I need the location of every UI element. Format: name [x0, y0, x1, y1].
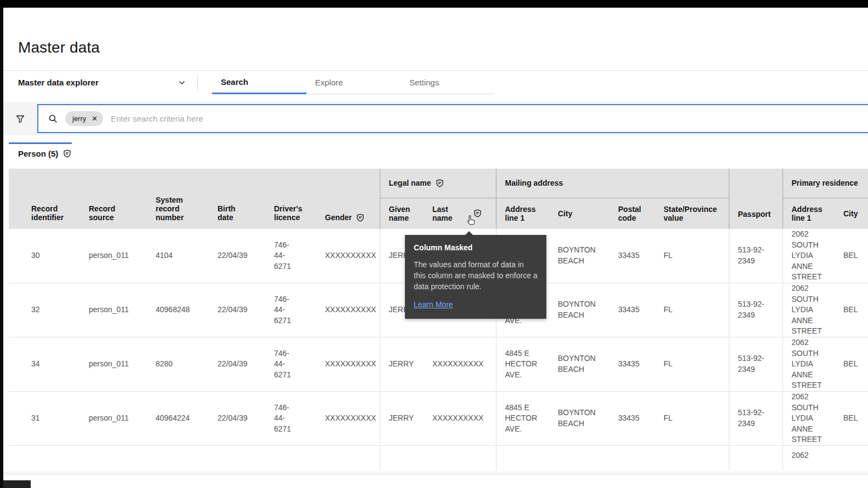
tooltip-body: The values and format of data in this co…: [414, 259, 538, 292]
col-header-last-name: Last name: [424, 198, 496, 229]
cell-mail_city: BOYNTON BEACH: [549, 391, 609, 445]
cell-system_record_number: 4104: [147, 229, 209, 283]
cell-mail_city: BOYNTON BEACH: [549, 337, 609, 391]
col-header-drivers-licence: Driver's licence: [265, 169, 316, 229]
cell-record_identifier: 34: [9, 337, 80, 391]
cell-record_source: person_011: [80, 337, 147, 391]
col-header-mail-address-line-1: Address line 1: [496, 198, 549, 229]
cell-mail_postal_code: 33435: [609, 283, 655, 337]
filter-icon: [16, 114, 25, 123]
person-tab-indicator: [9, 142, 72, 144]
cell-drivers_licence: 746-44-6271: [265, 391, 316, 445]
masked-shield-icon[interactable]: [436, 179, 444, 187]
cell-record_source: person_011: [80, 391, 147, 445]
tooltip-title: Column Masked: [414, 243, 538, 252]
cell-mail_state_province: FL: [655, 283, 729, 337]
table-row[interactable]: 31person_0114096422422/04/39746-44-6271X…: [9, 391, 868, 445]
tab-bar: Search Explore Settings: [212, 71, 495, 94]
cell-gender: XXXXXXXXXX: [316, 391, 380, 445]
window-top-bar: [0, 0, 868, 8]
cell-res_city: BEL: [835, 283, 868, 337]
cell-last_name: XXXXXXXXXX: [424, 337, 496, 391]
cell-given_name: JERRY: [380, 391, 424, 445]
masked-shield-icon[interactable]: [356, 214, 364, 222]
cell-birth_date: 22/04/39: [209, 391, 265, 445]
cell-system_record_number: 40968248: [147, 283, 209, 337]
group-header-legal-name: Legal name: [380, 169, 496, 198]
nav-row: Master data explorer Search Explore Sett…: [3, 71, 868, 94]
cell-mail_state_province: [655, 445, 729, 470]
cell-gender: [316, 445, 380, 470]
bottom-left-block: [3, 480, 31, 488]
cell-record_identifier: 31: [9, 391, 80, 445]
person-results-tab[interactable]: Person (5): [18, 149, 71, 158]
cell-passport: [729, 445, 783, 470]
table-row[interactable]: 2062: [9, 445, 868, 470]
divider: [197, 75, 198, 90]
cell-given_name: JERRY: [380, 337, 424, 391]
tab-label: Explore: [315, 78, 343, 87]
search-tag-label: jerry: [72, 114, 86, 123]
cell-gender: XXXXXXXXXX: [316, 337, 380, 391]
cell-drivers_licence: 746-44-6271: [265, 283, 316, 337]
masked-shield-icon[interactable]: [63, 150, 71, 158]
search-input[interactable]: [111, 114, 868, 123]
col-header-birth-date: Birth date: [209, 169, 265, 229]
cell-res_city: [835, 445, 868, 470]
search-icon: [48, 114, 58, 123]
cell-drivers_licence: 746-44-6271: [265, 229, 316, 283]
cell-passport: 513-92-2349: [729, 283, 783, 337]
dropdown-label: Master data explorer: [18, 78, 99, 87]
cell-mail_address_line_1: 4845 E HECTOR AVE.: [496, 337, 549, 391]
tab-label: Search: [221, 77, 248, 87]
cell-res_address_line_1: 2062 SOUTH LYDIA ANNE STREET: [783, 391, 835, 445]
filter-button[interactable]: [3, 102, 37, 135]
cell-birth_date: 22/04/39: [209, 283, 265, 337]
col-header-gender: Gender: [316, 169, 380, 229]
cell-passport: 513-92-2349: [729, 391, 783, 445]
cell-mail_city: BOYNTON BEACH: [549, 283, 609, 337]
col-header-passport: Passport: [729, 169, 783, 229]
col-header-mail-state-province: State/Province value: [655, 198, 729, 229]
cell-record_source: [80, 445, 147, 470]
cell-system_record_number: 40964224: [147, 391, 209, 445]
cell-passport: 513-92-2349: [729, 229, 783, 283]
group-header-mailing-address: Mailing address: [496, 169, 729, 198]
cell-mail_state_province: FL: [655, 391, 729, 445]
cell-record_identifier: [9, 445, 80, 470]
col-header-res-city: City: [835, 198, 868, 229]
results-table-wrapper[interactable]: Record identifier Record source System r…: [9, 169, 868, 472]
cell-mail_postal_code: [609, 445, 655, 470]
cell-last_name: XXXXXXXXXX: [424, 391, 496, 445]
tab-settings[interactable]: Settings: [401, 71, 495, 94]
cell-mail_city: BOYNTON BEACH: [549, 229, 609, 283]
cell-mail_address_line_1: [496, 445, 549, 470]
tab-explore[interactable]: Explore: [306, 71, 401, 94]
cell-res_city: BEL: [835, 337, 868, 391]
cell-birth_date: 22/04/39: [209, 229, 265, 283]
search-field[interactable]: jerry ✕: [37, 104, 868, 133]
cell-mail_address_line_1: 4845 E HECTOR AVE.: [496, 391, 549, 445]
cell-passport: 513-92-2349: [729, 337, 783, 391]
table-row[interactable]: 34person_011828022/04/39746-44-6271XXXXX…: [9, 337, 868, 391]
learn-more-link[interactable]: Learn More: [414, 300, 453, 309]
master-data-explorer-dropdown[interactable]: Master data explorer: [3, 71, 197, 94]
page-title: Master data: [18, 38, 868, 57]
cell-mail_postal_code: 33435: [609, 337, 655, 391]
tag-close-icon[interactable]: ✕: [92, 115, 98, 122]
tab-search[interactable]: Search: [212, 71, 306, 94]
cursor-hand-icon: [465, 214, 478, 227]
cell-res_address_line_1: 2062 SOUTH LYDIA ANNE STREET: [783, 229, 835, 283]
col-header-record-source: Record source: [80, 169, 147, 229]
cell-record_identifier: 32: [9, 283, 80, 337]
cell-gender: XXXXXXXXXX: [316, 283, 380, 337]
search-band: jerry ✕: [3, 102, 868, 135]
cell-record_identifier: 30: [9, 229, 80, 283]
col-header-given-name: Given name: [380, 198, 424, 229]
cell-system_record_number: [147, 445, 209, 470]
cell-gender: XXXXXXXXXX: [316, 229, 380, 283]
cell-mail_city: [549, 445, 609, 470]
column-masked-tooltip: Column Masked The values and format of d…: [405, 235, 546, 319]
cell-res_city: BEL: [835, 391, 868, 445]
search-tag[interactable]: jerry ✕: [65, 111, 103, 126]
